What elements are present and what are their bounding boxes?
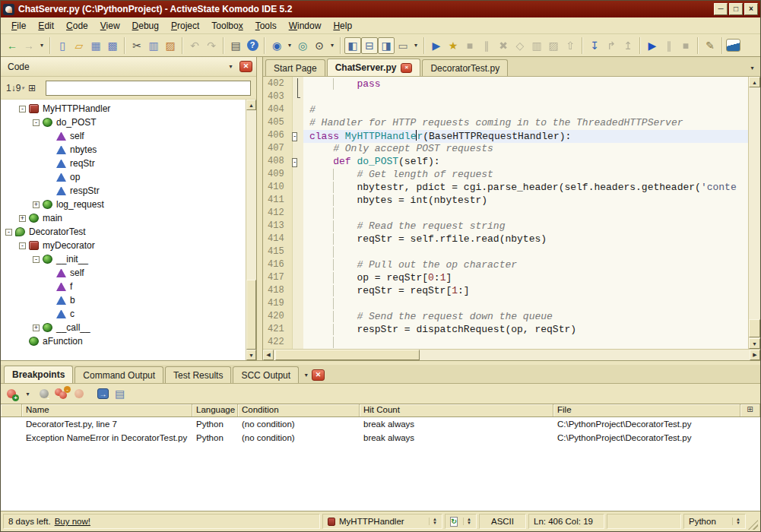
tab-test-results[interactable]: Test Results — [165, 366, 231, 383]
tree-item-init[interactable]: -__init__ — [1, 252, 246, 266]
step-over-button[interactable]: ↱ — [603, 37, 620, 54]
expand-icon[interactable]: + — [33, 325, 40, 331]
tree-item-logrequest[interactable]: +log_request — [1, 198, 246, 211]
tree-item-respStr[interactable]: respStr — [1, 184, 246, 198]
cut-button[interactable]: ✂ — [128, 37, 145, 54]
code-text[interactable]: respStr = dispatchRequest(op, reqStr) — [303, 324, 748, 337]
run-button[interactable]: ▶ — [644, 37, 661, 54]
column-header-icon[interactable] — [1, 404, 22, 416]
code-text[interactable] — [303, 207, 748, 220]
debug-delete-button[interactable]: ✖ — [495, 37, 512, 54]
menu-project[interactable]: Project — [165, 18, 205, 33]
paste-button[interactable]: ▨ — [162, 37, 179, 54]
back-button[interactable]: ← — [4, 37, 21, 54]
code-editor[interactable]: 402 pass403404#405# Handler for HTTP req… — [263, 77, 748, 349]
titlebar[interactable]: ChatServer.py (C:\PythonProject) - Activ… — [1, 1, 760, 17]
column-header-name[interactable]: Name — [22, 404, 192, 416]
code-text[interactable]: pass — [303, 78, 748, 91]
tab-breakpoints[interactable]: Breakpoints — [4, 366, 73, 383]
tree-item-f[interactable]: f — [1, 280, 246, 293]
code-text[interactable]: # Send the request down the queue — [303, 311, 748, 324]
symbol-filter-input[interactable] — [46, 81, 251, 96]
save-all-button[interactable]: ▩ — [104, 37, 121, 54]
menu-file[interactable]: File — [5, 18, 32, 33]
tree-item-b[interactable]: b — [1, 293, 246, 307]
encoding-indicator[interactable]: ASCII — [479, 514, 526, 529]
tree-item-doPOST[interactable]: -do_POST — [1, 116, 246, 129]
debug-stop-button[interactable]: ■ — [461, 37, 478, 54]
language-combo[interactable]: Python ▲▼ — [683, 514, 746, 529]
buy-now-link[interactable]: Buy now! — [55, 517, 90, 526]
code-text[interactable]: reqStr = reqStr[1:] — [303, 285, 748, 298]
tree-item-MyHTTPHandler[interactable]: -MyHTTPHandler — [1, 102, 246, 116]
forward-menu-icon[interactable]: ▾ — [37, 37, 46, 54]
scroll-thumb[interactable] — [246, 280, 256, 350]
current-symbol-combo[interactable]: MyHTTPHandler ▲▼ — [322, 514, 442, 529]
collapse-icon[interactable]: - — [19, 242, 26, 249]
toggle-left-pane-button[interactable]: ◧ — [344, 37, 361, 54]
tab-start-page[interactable]: Start Page — [265, 59, 325, 76]
tab-scc-output[interactable]: SCC Output — [233, 366, 299, 383]
tab-decoratortest-py[interactable]: DecoratorTest.py — [422, 59, 508, 76]
fold-collapse-icon[interactable]: - — [292, 158, 297, 167]
menu-edit[interactable]: Edit — [32, 18, 60, 33]
expand-icon[interactable]: + — [33, 201, 40, 208]
locate-symbol-button[interactable]: ⊞ — [28, 83, 36, 93]
scroll-right-icon[interactable]: ▶ — [750, 350, 760, 360]
tree-item-myDecorator[interactable]: -myDecorator — [1, 239, 246, 252]
toggle-bottom-pane-button[interactable]: ⊟ — [361, 37, 378, 54]
scroll-thumb[interactable] — [275, 350, 420, 360]
debug-go-button[interactable]: ▶ — [428, 37, 445, 54]
code-text[interactable] — [303, 337, 748, 349]
scroll-up-icon[interactable]: ▲ — [246, 100, 256, 110]
fold-collapse-icon[interactable]: - — [292, 132, 297, 141]
komodo-logo-icon[interactable] — [726, 39, 740, 52]
tree-item-c[interactable]: c — [1, 307, 246, 321]
collapse-icon[interactable]: - — [5, 229, 12, 236]
code-text[interactable]: reqStr = self.rfile.read(nbytes) — [303, 233, 748, 246]
tree-item-reqStr[interactable]: reqStr — [1, 157, 246, 170]
print-button[interactable]: ▤ — [227, 37, 244, 54]
panel-close-icon[interactable]: ✕ — [239, 61, 252, 72]
code-text[interactable]: def do_POST(self): — [303, 156, 748, 169]
code-text[interactable]: class MyHTTPHandler(BaseHTTPRequestHandl… — [303, 130, 748, 143]
tree-item-call[interactable]: +__call__ — [1, 321, 246, 334]
find-button[interactable]: ⊙ — [311, 37, 328, 54]
menu-tools[interactable]: Tools — [249, 18, 283, 33]
tree-item-aFunction[interactable]: aFunction — [1, 334, 246, 348]
menu-help[interactable]: Help — [327, 18, 358, 33]
scroll-left-icon[interactable]: ◀ — [263, 350, 274, 360]
menu-view[interactable]: View — [94, 18, 126, 33]
collapse-icon[interactable]: - — [33, 256, 40, 263]
step-out-button[interactable]: ↥ — [620, 37, 636, 54]
debug-detach-button[interactable]: ◇ — [512, 37, 528, 54]
code-text[interactable]: op = reqStr[0:1] — [303, 272, 748, 285]
delete-all-breakpoints-button[interactable]: - — [55, 388, 68, 399]
open-folder-button[interactable]: ▱ — [71, 37, 87, 54]
forward-button[interactable]: → — [21, 37, 37, 54]
tab-list-icon[interactable]: ▾ — [747, 62, 758, 73]
sort-order-button[interactable]: 1↓9▾ — [6, 83, 24, 93]
code-text[interactable]: # Read the request string — [303, 220, 748, 233]
tree-scrollbar[interactable]: ▲ ▼ — [246, 100, 256, 360]
tree-item-op[interactable]: op — [1, 170, 246, 184]
debug-copy-button[interactable]: ▥ — [528, 37, 545, 54]
code-text[interactable] — [303, 91, 748, 104]
go-to-source-button[interactable]: → — [97, 388, 109, 399]
panel-close-icon[interactable]: ✕ — [312, 369, 325, 381]
column-header-condition[interactable]: Condition — [238, 404, 360, 416]
menu-window[interactable]: Window — [283, 18, 328, 33]
panel-menu-icon[interactable]: ▾ — [225, 62, 236, 72]
tree-item-self[interactable]: self — [1, 129, 246, 143]
column-header-language[interactable]: Language — [192, 404, 238, 416]
tab-command-output[interactable]: Command Output — [75, 366, 163, 383]
collapse-icon[interactable]: - — [33, 119, 40, 126]
code-text[interactable]: # Pull out the op character — [303, 259, 748, 272]
code-text[interactable] — [303, 298, 748, 311]
menu-code[interactable]: Code — [60, 18, 94, 33]
code-text[interactable]: # Get length of request — [303, 169, 748, 182]
breakpoint-row[interactable]: Exception NameError in DecoratorTest.pyP… — [1, 431, 760, 445]
tree-item-self[interactable]: self — [1, 266, 246, 280]
symbol-spinner-icon[interactable]: ▲▼ — [429, 518, 437, 525]
scroll-down-icon[interactable]: ▼ — [246, 350, 256, 360]
